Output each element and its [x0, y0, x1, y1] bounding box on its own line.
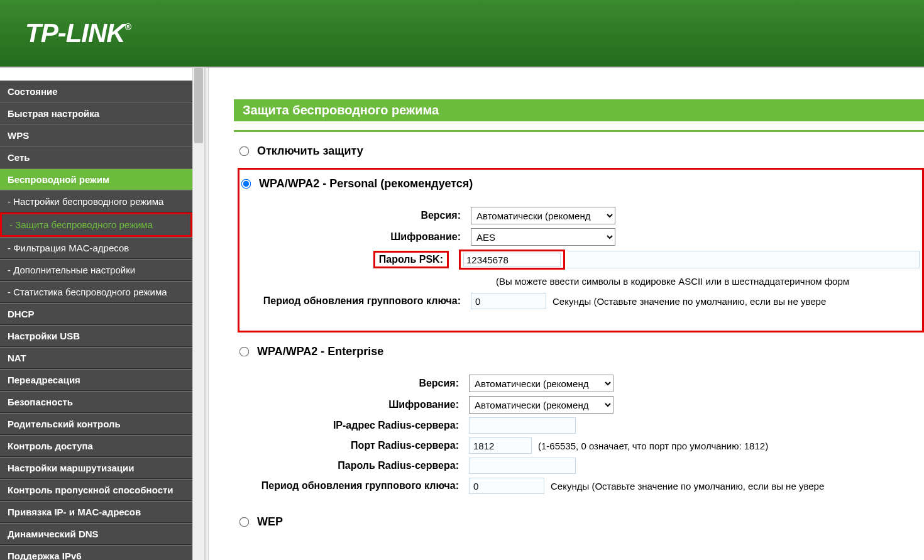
nav-item-14[interactable]: Безопасность	[0, 391, 192, 413]
wpa-personal-title: WPA/WPA2 - Personal (рекомендуется)	[259, 177, 473, 190]
page-title: Защита беспроводного режима	[234, 99, 924, 121]
version-label: Версия:	[257, 210, 471, 221]
radius-ip-input[interactable]	[469, 417, 576, 434]
nav-item-21[interactable]: Поддержка IPv6	[0, 545, 192, 560]
radius-pass-label: Пароль Radius-сервера:	[255, 460, 469, 471]
scrollbar-thumb[interactable]	[194, 68, 203, 143]
nav-item-9[interactable]: - Статистика беспроводного режима	[0, 281, 192, 303]
sidebar: СостояниеБыстрая настройкаWPSСетьБеспров…	[0, 68, 192, 560]
title-separator	[234, 130, 924, 132]
wpa-personal-highlight: WPA/WPA2 - Personal (рекомендуется) Верс…	[238, 168, 924, 332]
psk-input-extension[interactable]	[568, 251, 920, 268]
radio-wpa-personal[interactable]	[241, 179, 251, 189]
content-area: Защита беспроводного режима Отключить за…	[209, 68, 924, 560]
radius-port-input[interactable]	[469, 437, 532, 454]
nav-item-15[interactable]: Родительский контроль	[0, 413, 192, 435]
psk-field-highlight	[459, 250, 565, 270]
sidebar-scrollbar[interactable]	[192, 68, 205, 560]
nav-item-19[interactable]: Привязка IP- и MAC-адресов	[0, 501, 192, 523]
nav-item-18[interactable]: Контроль пропускной способности	[0, 479, 192, 501]
nav-item-7[interactable]: - Фильтрация MAC-адресов	[0, 237, 192, 259]
ent-encryption-label: Шифрование:	[255, 399, 469, 410]
nav-item-10[interactable]: DHCP	[0, 303, 192, 325]
group-key-input[interactable]	[471, 293, 546, 309]
ent-version-select[interactable]: Автоматически (рекоменд	[469, 375, 613, 392]
nav-item-12[interactable]: NAT	[0, 347, 192, 369]
nav-item-3[interactable]: Сеть	[0, 146, 192, 168]
encryption-label: Шифрование:	[257, 231, 471, 243]
radius-pass-input[interactable]	[469, 458, 576, 474]
wep-title: WEP	[257, 515, 283, 529]
encryption-select[interactable]: AES	[471, 228, 615, 246]
version-select[interactable]: Автоматически (рекоменд	[471, 207, 615, 224]
radio-wep[interactable]	[239, 517, 250, 527]
brand-logo: TP-LINK®	[25, 18, 131, 48]
nav-item-11[interactable]: Настройки USB	[0, 325, 192, 347]
nav-item-16[interactable]: Контроль доступа	[0, 435, 192, 457]
header: TP-LINK®	[0, 0, 924, 68]
wpa-enterprise-title: WPA/WPA2 - Enterprise	[257, 345, 383, 358]
nav-item-6[interactable]: - Защита беспроводного режима	[0, 212, 192, 237]
radio-wpa-enterprise[interactable]	[239, 347, 250, 357]
ent-encryption-select[interactable]: Автоматически (рекоменд	[469, 396, 613, 414]
ent-group-key-label: Период обновления группового ключа:	[255, 480, 469, 491]
nav-item-8[interactable]: - Дополнительные настройки	[0, 259, 192, 281]
ent-group-key-hint: Секунды (Оставьте значение по умолчанию,…	[551, 481, 824, 491]
nav-item-17[interactable]: Настройки маршрутизации	[0, 457, 192, 479]
nav-item-2[interactable]: WPS	[0, 124, 192, 146]
nav-item-4[interactable]: Беспроводной режим	[0, 168, 192, 190]
ent-version-label: Версия:	[255, 378, 469, 389]
radius-ip-label: IP-адрес Radius-сервера:	[255, 420, 469, 431]
group-key-hint: Секунды (Оставьте значение по умолчанию,…	[553, 296, 826, 307]
disable-security-label: Отключить защиту	[257, 145, 363, 158]
psk-input[interactable]	[463, 253, 561, 266]
group-key-label: Период обновления группового ключа:	[257, 295, 471, 307]
nav-item-13[interactable]: Переадресация	[0, 369, 192, 391]
nav-item-1[interactable]: Быстрая настройка	[0, 102, 192, 124]
psk-hint: (Вы можете ввести символы в кодировке AS…	[496, 273, 920, 289]
nav-item-5[interactable]: - Настройки беспроводного режима	[0, 190, 192, 212]
psk-label-highlight: Пароль PSK:	[373, 251, 449, 268]
psk-label: Пароль PSK:	[379, 254, 443, 265]
ent-group-key-input[interactable]	[469, 478, 544, 494]
radius-port-hint: (1-65535, 0 означает, что порт про умолч…	[538, 441, 768, 451]
nav-item-20[interactable]: Динамический DNS	[0, 523, 192, 545]
radio-disable-security[interactable]	[239, 146, 250, 156]
nav-item-0[interactable]: Состояние	[0, 80, 192, 102]
radius-port-label: Порт Radius-сервера:	[255, 440, 469, 451]
